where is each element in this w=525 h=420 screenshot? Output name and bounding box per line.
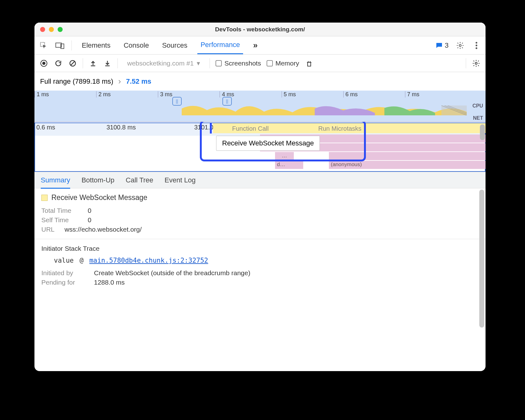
pending-for-label: Pending for — [41, 279, 88, 286]
collect-garbage-icon[interactable] — [305, 59, 314, 68]
total-time-value: 0 — [88, 207, 91, 214]
overview-tick: 2 ms — [96, 91, 158, 97]
separator — [210, 58, 210, 68]
upload-icon[interactable] — [89, 59, 97, 68]
full-range-label[interactable]: Full range (7899.18 ms) — [40, 77, 113, 86]
screenshots-checkbox[interactable]: Screenshots — [216, 60, 261, 67]
svg-point-3 — [459, 44, 461, 46]
svg-point-10 — [475, 62, 477, 64]
overview-tick: 4 ms — [220, 91, 281, 97]
devtools-window: DevTools - websocketking.com/ Elements C… — [34, 23, 486, 371]
range-handle-left[interactable]: || — [172, 97, 182, 106]
time-label: 3100.8 ms — [107, 124, 136, 131]
tab-bottom-up[interactable]: Bottom-Up — [81, 176, 114, 184]
overview-ticks: 1 ms 2 ms 3 ms 4 ms 5 ms 6 ms 7 ms — [34, 91, 467, 97]
more-icon[interactable] — [472, 41, 481, 50]
checkbox-icon — [216, 60, 222, 66]
tab-event-log[interactable]: Event Log — [164, 176, 195, 184]
pending-for-value: 1288.0 ms — [94, 279, 125, 286]
stack-at: @ — [80, 257, 84, 264]
selected-range[interactable]: 7.52 ms — [126, 77, 151, 86]
flame-preview — [182, 99, 467, 115]
tab-elements[interactable]: Elements — [79, 37, 114, 54]
tooltip: Receive WebSocket Message — [216, 136, 320, 151]
messages-count: 3 — [445, 41, 449, 50]
recording-dropdown[interactable]: websocketking.com #1 ▾ — [123, 58, 204, 68]
net-track-label: NET — [473, 115, 483, 121]
chevron-right-icon: › — [118, 76, 121, 86]
overview-tick: 6 ms — [343, 91, 405, 97]
initiated-by-label: Initiated by — [41, 269, 88, 277]
scrollbar-thumb[interactable] — [479, 190, 484, 328]
device-toolbar-icon[interactable] — [55, 41, 65, 50]
event-name: Receive WebSocket Message — [51, 193, 147, 202]
svg-point-6 — [476, 47, 477, 49]
time-label: 0.6 ms — [36, 124, 55, 131]
stack-link[interactable]: main.5780db4e.chunk.js:2:32752 — [89, 257, 208, 264]
messages-button[interactable]: 3 — [435, 41, 449, 50]
capture-settings-icon[interactable] — [472, 59, 481, 68]
svg-point-4 — [476, 42, 477, 43]
reload-icon[interactable] — [54, 59, 63, 68]
memory-label: Memory — [275, 60, 299, 67]
tabs-overflow-icon[interactable]: » — [250, 36, 261, 55]
main-tab-bar: Elements Console Sources Performance » 3 — [34, 36, 486, 55]
overview-strip[interactable]: 1 ms 2 ms 3 ms 4 ms 5 ms 6 ms 7 ms || ||… — [34, 91, 486, 122]
screenshots-label: Screenshots — [224, 60, 261, 67]
separator — [117, 58, 118, 68]
titlebar: DevTools - websocketking.com/ — [34, 23, 486, 36]
separator — [83, 58, 83, 68]
divider — [34, 239, 486, 239]
cpu-track-label: CPU — [472, 103, 483, 109]
self-time-value: 0 — [88, 216, 91, 224]
event-header: Receive WebSocket Message — [41, 193, 479, 202]
flame-bar-d[interactable]: d… — [275, 161, 303, 169]
separator — [466, 58, 466, 68]
minimize-icon[interactable] — [49, 27, 54, 32]
perf-toolbar: websocketking.com #1 ▾ Screenshots Memor… — [34, 55, 486, 72]
settings-icon[interactable] — [455, 41, 465, 50]
download-icon[interactable] — [103, 59, 112, 68]
inspect-element-icon[interactable] — [39, 41, 48, 50]
record-icon[interactable] — [39, 59, 48, 68]
overview-tick: 5 ms — [282, 91, 343, 97]
initiator-heading: Initiator Stack Trace — [41, 245, 479, 252]
overview-tick: 7 ms — [405, 91, 467, 97]
details-tab-bar: Summary Bottom-Up Call Tree Event Log — [34, 172, 486, 188]
svg-point-5 — [476, 45, 477, 46]
flame-bar-anonymous[interactable]: (anonymous) — [329, 161, 486, 169]
recording-name: websocketking.com #1 — [127, 60, 194, 67]
zoom-icon[interactable] — [58, 27, 63, 32]
dropdown-icon: ▾ — [197, 60, 200, 67]
tab-performance[interactable]: Performance — [197, 36, 243, 54]
window-title: DevTools - websocketking.com/ — [34, 26, 486, 33]
clear-icon[interactable] — [68, 59, 77, 68]
stack-frame: value @ main.5780db4e.chunk.js:2:32752 — [41, 257, 479, 264]
tab-summary[interactable]: Summary — [41, 176, 70, 189]
overview-tick: 3 ms — [158, 91, 220, 97]
event-color-swatch — [41, 195, 48, 201]
close-icon[interactable] — [40, 27, 45, 32]
summary-panel: Receive WebSocket Message Total Time0 Se… — [34, 188, 486, 371]
separator — [71, 40, 72, 50]
initiated-by-value: Create WebSocket (outside of the breadcr… — [94, 269, 250, 277]
url-label: URL — [41, 226, 59, 233]
traffic-lights — [40, 27, 63, 32]
url-value: wss://echo.websocket.org/ — [65, 226, 142, 233]
range-breadcrumb: Full range (7899.18 ms) › 7.52 ms — [34, 72, 486, 91]
overview-tick: 1 ms — [34, 91, 96, 97]
svg-point-8 — [42, 62, 45, 65]
stack-fn: value — [54, 257, 74, 264]
tab-call-tree[interactable]: Call Tree — [126, 176, 153, 184]
flame-chart[interactable]: 0.6 ms 3100.8 ms 3101.0 ms 3101.2 ms 310… — [34, 122, 486, 172]
checkbox-icon — [267, 60, 273, 66]
memory-checkbox[interactable]: Memory — [267, 60, 299, 67]
total-time-label: Total Time — [41, 207, 82, 214]
self-time-label: Self Time — [41, 216, 82, 224]
tab-console[interactable]: Console — [121, 37, 152, 54]
tab-sources[interactable]: Sources — [159, 37, 190, 54]
scrollbar-thumb[interactable] — [480, 124, 485, 140]
